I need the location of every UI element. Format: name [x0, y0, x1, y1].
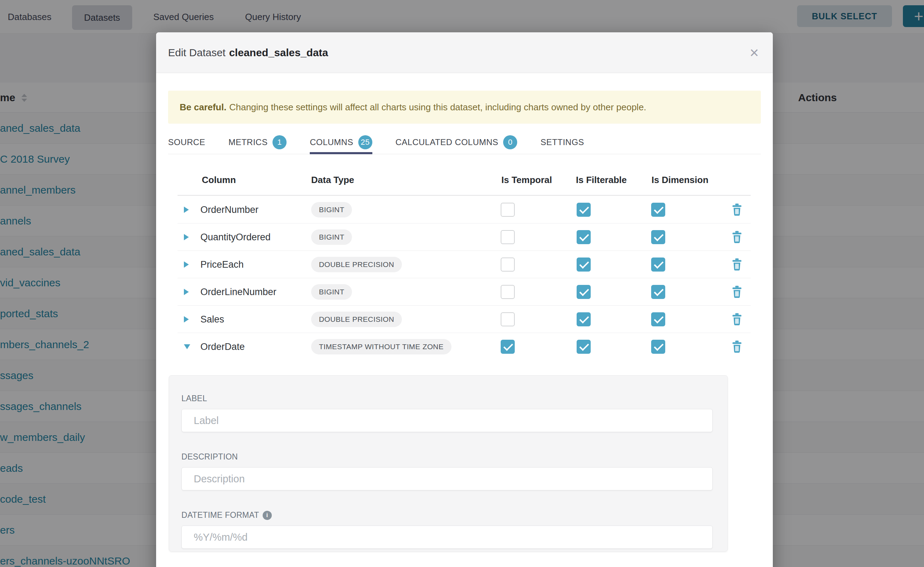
warning-text: Changing these settings will affect all … [229, 102, 646, 113]
tab-columns[interactable]: COLUMNS 25 [310, 130, 372, 154]
data-type-pill: DOUBLE PRECISION [311, 257, 402, 272]
data-type-pill: BIGINT [311, 202, 352, 218]
tab-count-badge: 25 [358, 135, 372, 149]
is-temporal-checkbox[interactable] [501, 285, 515, 299]
column-name: PriceEach [200, 259, 244, 270]
tab-count-badge: 1 [272, 135, 287, 149]
table-header-divider [178, 195, 751, 196]
trash-icon [730, 230, 743, 244]
is-temporal-checkbox[interactable] [501, 312, 515, 326]
delete-column-button[interactable] [730, 203, 743, 217]
expand-caret-icon[interactable] [184, 316, 189, 322]
modal-title-prefix: Edit Dataset [168, 47, 226, 58]
tab-settings[interactable]: SETTINGS [540, 130, 584, 154]
warning-bold-text: Be careful. [180, 102, 226, 113]
warning-banner: Be careful. Changing these settings will… [168, 91, 761, 124]
columns-table-header-row: Column Data Type Is Temporal Is Filterab… [156, 175, 773, 192]
description-field-label: DESCRIPTION [181, 452, 713, 462]
is-temporal-checkbox[interactable] [501, 203, 515, 217]
column-detail-panel: LABEL DESCRIPTION DATETIME FORMAT i [169, 375, 728, 552]
is-dimension-checkbox[interactable] [651, 230, 665, 244]
column-row: OrderDate TIMESTAMP WITHOUT TIME ZONE [156, 333, 773, 360]
column-name: OrderLineNumber [200, 286, 276, 297]
expand-caret-icon[interactable] [184, 261, 189, 268]
column-row: PriceEach DOUBLE PRECISION [156, 251, 773, 278]
label-field-label-text: LABEL [181, 394, 207, 403]
delete-column-button[interactable] [730, 258, 743, 272]
column-header-is-dimension: Is Dimension [652, 175, 709, 186]
tab-label: CALCULATED COLUMNS [396, 137, 498, 147]
data-type-pill: DOUBLE PRECISION [311, 312, 402, 327]
modal-title-dataset-name: cleaned_sales_data [229, 47, 328, 58]
is-dimension-checkbox[interactable] [651, 258, 665, 272]
is-filterable-checkbox[interactable] [576, 203, 591, 217]
edit-dataset-modal: Edit Datasetcleaned_sales_data × Be care… [156, 32, 773, 567]
delete-column-button[interactable] [730, 340, 743, 354]
is-dimension-checkbox[interactable] [651, 285, 665, 299]
datetime-format-label-text: DATETIME FORMAT [181, 510, 259, 520]
modal-title: Edit Datasetcleaned_sales_data [168, 47, 328, 58]
is-dimension-checkbox[interactable] [651, 203, 665, 217]
column-header-is-filterable: Is Filterable [576, 175, 627, 186]
expand-caret-icon[interactable] [184, 344, 190, 349]
trash-icon [730, 258, 743, 272]
label-field-label: LABEL [181, 394, 713, 403]
column-row: QuantityOrdered BIGINT [156, 224, 773, 251]
label-input[interactable] [181, 409, 713, 432]
column-name: QuantityOrdered [200, 232, 271, 243]
expand-caret-icon[interactable] [184, 289, 189, 295]
trash-icon [730, 203, 743, 217]
column-header-is-temporal: Is Temporal [501, 175, 552, 186]
tab-label: COLUMNS [310, 137, 354, 147]
tab-source[interactable]: SOURCE [168, 130, 205, 154]
trash-icon [730, 340, 743, 354]
columns-table-body: OrderNumber BIGINT QuantityOrdered BIGIN… [156, 196, 773, 360]
tab-label: SETTINGS [540, 137, 584, 147]
is-filterable-checkbox[interactable] [576, 230, 591, 244]
tab-label: METRICS [229, 137, 268, 147]
column-row: OrderNumber BIGINT [156, 196, 773, 224]
delete-column-button[interactable] [730, 285, 743, 299]
close-icon[interactable]: × [749, 45, 759, 60]
is-dimension-checkbox[interactable] [651, 312, 665, 326]
column-header-column: Column [202, 175, 236, 186]
description-field-label-text: DESCRIPTION [181, 452, 238, 462]
is-filterable-checkbox[interactable] [576, 340, 591, 354]
column-name: OrderNumber [200, 204, 259, 215]
expand-caret-icon[interactable] [184, 234, 189, 240]
column-row: OrderLineNumber BIGINT [156, 278, 773, 306]
info-icon[interactable]: i [263, 511, 272, 520]
is-filterable-checkbox[interactable] [576, 285, 591, 299]
trash-icon [730, 285, 743, 299]
datetime-format-field-label: DATETIME FORMAT i [181, 510, 713, 520]
data-type-pill: BIGINT [311, 284, 352, 300]
tab-metrics[interactable]: METRICS 1 [229, 130, 287, 154]
tab-count-badge: 0 [503, 135, 517, 149]
delete-column-button[interactable] [730, 312, 743, 326]
tab-calculated-columns[interactable]: CALCULATED COLUMNS 0 [396, 130, 518, 154]
delete-column-button[interactable] [730, 230, 743, 244]
expand-caret-icon[interactable] [184, 207, 189, 213]
column-name: OrderDate [200, 342, 245, 352]
is-temporal-checkbox[interactable] [501, 230, 515, 244]
description-input[interactable] [181, 467, 713, 490]
is-temporal-checkbox[interactable] [501, 258, 515, 272]
datetime-format-input[interactable] [181, 525, 713, 549]
tab-label: SOURCE [168, 137, 205, 147]
data-type-pill: TIMESTAMP WITHOUT TIME ZONE [311, 339, 451, 354]
is-filterable-checkbox[interactable] [576, 312, 591, 326]
modal-tab-bar: SOURCE METRICS 1 COLUMNS 25 CALCULATED C… [168, 130, 761, 154]
column-row: Sales DOUBLE PRECISION [156, 306, 773, 333]
column-header-data-type: Data Type [311, 175, 354, 186]
is-filterable-checkbox[interactable] [576, 258, 591, 272]
column-name: Sales [200, 314, 224, 325]
modal-header: Edit Datasetcleaned_sales_data × [156, 32, 773, 73]
trash-icon [730, 312, 743, 326]
is-temporal-checkbox[interactable] [501, 340, 515, 354]
data-type-pill: BIGINT [311, 230, 352, 245]
is-dimension-checkbox[interactable] [651, 340, 665, 354]
